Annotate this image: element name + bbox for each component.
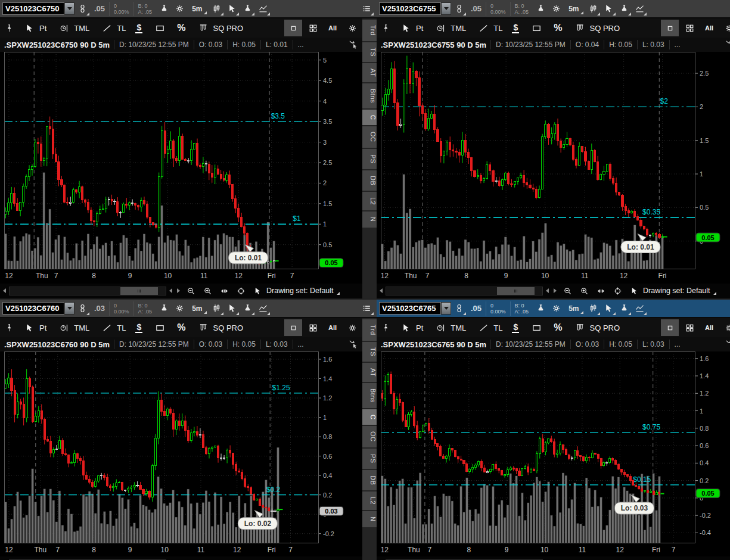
chart-canvas[interactable]: $3.5$10.511.522.533.544.550.05Lo: 0.0112… — [4, 52, 362, 284]
toolbar-settings-button[interactable] — [720, 20, 730, 36]
studies-flask-icon[interactable] — [240, 301, 255, 316]
trendline-tool[interactable]: TL — [471, 18, 507, 38]
trendline-tool[interactable]: TL — [94, 18, 131, 38]
order-size-value[interactable]: .05 — [94, 4, 105, 13]
zoom-in-icon[interactable] — [200, 283, 215, 298]
bar-more[interactable]: ... — [669, 340, 685, 349]
gadget-tab-ts[interactable]: TS — [362, 42, 377, 62]
zoom-in-icon[interactable] — [200, 556, 215, 560]
rectangle-tool[interactable] — [147, 18, 172, 38]
single-chart-layout-button[interactable] — [284, 319, 302, 336]
chart-type-icon[interactable] — [585, 301, 601, 316]
timeline-tool[interactable]: TML — [51, 318, 94, 337]
gadget-tab-ts[interactable]: TS — [362, 342, 377, 362]
bar-more[interactable]: ... — [669, 40, 685, 49]
sq-pro-button[interactable]: SQ PRO — [567, 318, 625, 337]
chart-canvas[interactable]: $1.25$0.2-0.200.20.40.60.811.21.41.60.03… — [4, 351, 362, 556]
symbol-dropdown-button[interactable] — [441, 2, 451, 15]
step-left-icon[interactable] — [169, 288, 172, 293]
toolbar-settings-button[interactable] — [343, 20, 361, 36]
bottom-cursor-icon[interactable] — [250, 283, 265, 298]
zoom-out-icon[interactable] — [560, 556, 575, 560]
auto-fit-icon[interactable] — [725, 338, 730, 351]
gadget-tab-c[interactable]: C — [362, 110, 377, 125]
chart-type-icon[interactable] — [209, 1, 224, 17]
percent-tool[interactable]: % — [549, 18, 567, 38]
gadget-tab-at[interactable]: AT — [362, 63, 377, 82]
bottom-cursor-icon[interactable] — [626, 283, 642, 298]
pin-icon[interactable] — [1, 20, 17, 36]
drawing-set-selector[interactable]: Drawing set: Default — [643, 287, 716, 295]
bottom-cursor-icon[interactable] — [250, 556, 265, 560]
gadget-tab-trd[interactable]: Trd — [362, 319, 377, 341]
step-left-icon[interactable] — [546, 288, 549, 293]
order-size-value[interactable]: .03 — [94, 304, 105, 313]
grid-layout-button[interactable] — [304, 20, 322, 36]
zoom-out-icon[interactable] — [183, 556, 198, 560]
drawing-tools-icon[interactable] — [255, 1, 271, 17]
gadget-tab-db[interactable]: DB — [362, 470, 377, 490]
sq-pro-button[interactable]: SQ PRO — [191, 18, 248, 38]
studies-flask-icon[interactable] — [616, 301, 632, 316]
rectangle-tool[interactable] — [524, 18, 549, 38]
settings-gear-icon[interactable] — [548, 1, 564, 17]
chart-scrollbar[interactable] — [386, 287, 543, 295]
grid-layout-button[interactable] — [681, 319, 698, 336]
gadget-tab-oc[interactable]: OC — [362, 126, 377, 148]
menu-icon[interactable] — [359, 1, 374, 17]
link-icon[interactable] — [451, 301, 467, 316]
analyze-flask-icon[interactable] — [533, 1, 548, 17]
link-icon[interactable] — [74, 1, 90, 17]
bar-more[interactable]: ... — [293, 340, 309, 349]
studies-flask-icon[interactable] — [616, 1, 632, 17]
symbol-input[interactable]: V251023C6760 — [2, 302, 64, 315]
expand-bars-icon[interactable] — [216, 283, 232, 298]
timeline-tool[interactable]: TML — [428, 318, 471, 337]
auto-fit-icon[interactable] — [348, 39, 362, 51]
timeframe-button[interactable]: 5m — [565, 2, 584, 15]
expand-bars-icon[interactable] — [593, 556, 608, 560]
rectangle-tool[interactable] — [147, 318, 172, 337]
pointer-tool[interactable]: Pt — [17, 318, 51, 337]
gadget-tab-trd[interactable]: Trd — [362, 20, 377, 41]
link-icon[interactable] — [74, 301, 90, 316]
timeframe-button[interactable]: 5m — [565, 302, 584, 315]
chart-canvas[interactable]: $2$0.3500.511.522.50.05Lo: 0.0112Thu7891… — [381, 52, 730, 284]
price-level-tool[interactable]: $ — [131, 318, 147, 337]
trendline-tool[interactable]: TL — [94, 318, 131, 337]
gadget-tab-c[interactable]: C — [362, 409, 377, 425]
toolbar-settings-button[interactable] — [343, 319, 361, 336]
symbol-input[interactable]: V251023C6755 — [379, 2, 441, 15]
symbol-input[interactable]: V251023C6765 — [379, 302, 441, 315]
expand-bars-icon[interactable] — [593, 283, 608, 298]
pin-icon[interactable] — [1, 320, 17, 335]
timeline-tool[interactable]: TML — [51, 18, 94, 38]
chart-canvas[interactable]: $0.75$0.15-0.4-0.200.20.40.60.811.21.41.… — [381, 351, 730, 556]
cursor-tool-icon[interactable] — [601, 301, 616, 316]
bottom-cursor-icon[interactable] — [626, 556, 642, 560]
all-charts-button[interactable]: All — [324, 319, 341, 336]
trendline-tool[interactable]: TL — [471, 318, 507, 337]
scroll-left-icon[interactable] — [3, 288, 6, 293]
price-level-tool[interactable]: $ — [131, 18, 147, 38]
link-icon[interactable] — [451, 1, 467, 17]
timeframe-button[interactable]: 5m — [188, 302, 207, 315]
bar-more[interactable]: ... — [293, 40, 309, 49]
single-chart-layout-button[interactable] — [284, 20, 302, 36]
step-right-icon[interactable] — [177, 288, 180, 293]
symbol-input[interactable]: V251023C6750 — [2, 2, 64, 15]
order-size-value[interactable]: .05 — [471, 304, 482, 313]
pin-icon[interactable] — [378, 320, 393, 335]
analyze-flask-icon[interactable] — [156, 1, 172, 17]
studies-flask-icon[interactable] — [240, 1, 255, 17]
pin-icon[interactable] — [378, 20, 393, 36]
crosshair-icon[interactable] — [610, 283, 625, 298]
settings-gear-icon[interactable] — [172, 1, 187, 17]
settings-gear-icon[interactable] — [548, 301, 564, 316]
grid-layout-button[interactable] — [681, 20, 698, 36]
symbol-dropdown-button[interactable] — [441, 302, 451, 315]
gadget-tab-n[interactable]: N — [362, 511, 377, 527]
sq-pro-button[interactable]: SQ PRO — [191, 318, 248, 337]
settings-gear-icon[interactable] — [172, 301, 187, 316]
cursor-tool-icon[interactable] — [224, 301, 240, 316]
